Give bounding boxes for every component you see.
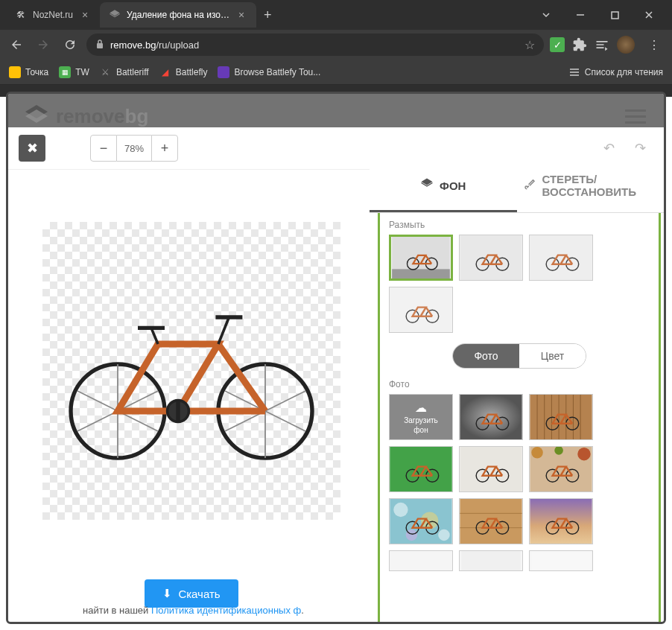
tab-erase-restore[interactable]: СТЕРЕТЬ/ВОССТАНОВИТЬ [517,161,665,212]
bg-thumb-bokeh[interactable] [389,498,453,544]
minimize-icon[interactable] [563,2,597,28]
browser-tab-noznet[interactable]: 🛠 NozNet.ru × [6,2,100,28]
blur-thumb-original[interactable] [389,235,453,281]
bg-thumb-grass[interactable] [389,446,453,492]
blur-thumb-high[interactable] [389,287,453,333]
lock-icon [95,39,104,51]
editor-modal: ✖ − 78% + ↶ ↷ ФОН СТЕР [8,127,664,622]
image-canvas[interactable] [42,222,340,520]
bookmark-tw[interactable]: ▦ TW [59,66,89,78]
toggle-color[interactable]: Цвет [519,344,586,368]
close-window-icon[interactable] [632,2,666,28]
svg-rect-41 [530,395,592,439]
nav-bar: remove.bg/ru/upload ☆ ✓ ⋮ [0,30,672,60]
reload-button[interactable] [60,34,80,55]
svg-rect-26 [392,269,450,279]
bookmark-tochka[interactable]: Точка [9,66,48,78]
bookmark-icon [9,66,21,78]
zoom-out-button[interactable]: − [90,135,117,162]
checkmark-extension-icon[interactable]: ✓ [550,37,565,52]
bg-thumb-wood-floor[interactable] [459,498,523,544]
brush-icon [523,177,536,194]
zoom-in-button[interactable]: + [151,135,178,162]
svg-point-61 [577,448,590,460]
canvas-area: ⬇ Скачать [8,170,375,624]
layers-icon [23,103,50,130]
maximize-icon[interactable] [597,2,632,28]
zoom-level: 78% [117,135,151,162]
bg-thumb-gray-room[interactable] [459,394,523,440]
blur-thumbnails [389,235,650,333]
browser-chrome: 🛠 NozNet.ru × Удаление фона на изображен… [0,0,672,97]
close-icon[interactable]: × [235,9,247,21]
bg-thumb-wood-slats[interactable] [529,394,593,440]
forward-button[interactable] [33,34,54,55]
bookmark-battlefly[interactable]: ◢ Battlefly [159,66,208,78]
svg-point-59 [531,447,542,458]
background-sidebar: Размыть Фото Цвет Фото ☁ Загру [378,173,661,624]
layers-icon [109,9,121,21]
close-editor-button[interactable]: ✖ [19,135,45,162]
photo-section-label: Фото [389,379,650,389]
svg-line-12 [265,391,305,411]
chevron-down-icon[interactable] [529,2,563,28]
photo-color-toggle: Фото Цвет [452,343,586,369]
brand-logo[interactable]: removebg [23,103,148,130]
upload-background-button[interactable]: ☁ Загрузить фон [389,394,453,440]
svg-rect-1 [612,12,618,19]
playlist-icon[interactable] [595,37,609,52]
bg-thumb-white-2[interactable] [459,550,523,571]
browser-tab-removebg[interactable]: Удаление фона на изображени × [100,2,256,28]
bg-thumb-sunset[interactable] [529,498,593,544]
tab-title: NozNet.ru [33,10,73,20]
reading-list-button[interactable]: Список для чтения [568,66,663,78]
svg-line-7 [77,391,118,411]
svg-rect-32 [530,235,592,280]
bookmark-icon: ⚔ [100,66,112,78]
undo-button[interactable]: ↶ [595,135,622,162]
cloud-upload-icon: ☁ [415,401,427,415]
bg-thumb-white-1[interactable] [389,550,453,571]
download-icon: ⬇ [162,587,172,600]
tools-icon: 🛠 [15,9,27,21]
download-button[interactable]: ⬇ Скачать [145,579,238,608]
zoom-controls: − 78% + [90,135,178,162]
svg-line-19 [151,328,158,344]
bg-thumb-leaves[interactable] [529,446,593,492]
bicycle-image [57,267,326,475]
bookmark-icon: ▦ [59,66,71,78]
address-bar[interactable]: remove.bg/ru/upload ☆ [86,34,544,56]
bookmark-battleriff[interactable]: ⚔ Battleriff [100,66,149,78]
bg-thumb-white-3[interactable] [529,550,593,571]
redo-button[interactable]: ↷ [627,135,653,162]
layers-icon [420,177,434,194]
bookmark-star-icon[interactable]: ☆ [524,38,535,52]
toggle-photo[interactable]: Фото [453,344,519,368]
blur-thumb-low[interactable] [459,235,523,281]
back-button[interactable] [6,34,27,55]
blur-thumb-medium[interactable] [529,235,593,281]
svg-line-14 [265,411,305,431]
tab-title: Удаление фона на изображени [127,10,229,20]
menu-button[interactable] [622,106,649,127]
svg-rect-80 [461,551,521,570]
browser-menu-icon[interactable]: ⋮ [642,38,666,52]
svg-line-18 [218,344,265,411]
bg-thumb-light-gray[interactable] [459,446,523,492]
svg-line-9 [77,411,118,431]
svg-rect-79 [391,551,451,570]
page-content: removebg ✖ − 78% + ↶ ↷ ФОН [6,92,666,624]
close-icon[interactable]: × [79,9,91,21]
bookmark-battlefy[interactable]: Browse Battlefy Tou... [218,66,320,78]
new-tab-button[interactable]: + [256,7,279,23]
svg-point-66 [421,512,438,529]
svg-rect-35 [390,287,451,332]
profile-avatar[interactable] [617,36,635,54]
extensions-icon[interactable] [572,37,587,52]
svg-rect-55 [460,447,522,491]
svg-rect-38 [460,395,522,439]
privacy-link[interactable]: Политика идентификационных ф [151,605,301,616]
tab-background[interactable]: ФОН [370,161,517,212]
svg-rect-81 [531,551,591,570]
url-text: remove.bg/ru/upload [110,39,519,51]
